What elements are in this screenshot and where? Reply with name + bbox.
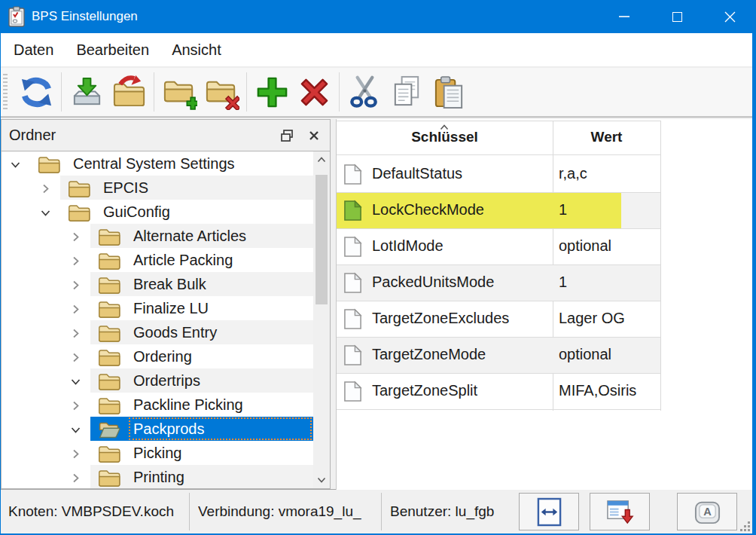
title-bar: BPS Einstellungen (0, 0, 756, 33)
chevron-right-icon[interactable] (71, 352, 81, 362)
tree-item-break-bulk[interactable]: Break Bulk (2, 272, 313, 296)
toolbar-folder-delete-button[interactable] (200, 71, 242, 113)
tree-item-article-packing[interactable]: Article Packing (2, 248, 313, 272)
window-title: BPS Einstellungen (32, 9, 602, 24)
dock-float-button[interactable] (276, 124, 298, 147)
scroll-down-arrow[interactable] (313, 472, 330, 488)
folder-icon (98, 226, 120, 246)
toolbar-grip[interactable] (3, 74, 8, 110)
minimize-button[interactable] (602, 0, 646, 33)
maximize-button[interactable] (655, 0, 699, 33)
tree-item-label: Article Packing (133, 251, 233, 269)
tree-item-picking[interactable]: Picking (2, 441, 313, 465)
toolbar-separator (154, 72, 154, 112)
toolbar-cut-button[interactable] (343, 71, 386, 113)
status-field-0: Knoten: VMBPSDEV.koch (8, 490, 189, 533)
scroll-up-arrow[interactable] (313, 151, 330, 168)
chevron-right-icon[interactable] (71, 400, 81, 410)
tree-item-printing[interactable]: Printing (2, 465, 313, 489)
tree-item-label: Picking (133, 444, 181, 462)
status-export-view-button[interactable] (590, 493, 650, 530)
status-bar: Knoten: VMBPSDEV.kochVerbindung: vmora19… (1, 490, 752, 533)
table-row-targetzonemode[interactable]: TargetZoneModeoptional (337, 338, 660, 374)
fit-width-icon (536, 497, 562, 527)
folder-open-icon (98, 419, 120, 439)
tree-item-alternate-articles[interactable]: Alternate Articles (2, 224, 313, 248)
tree-item-label: Ordering (133, 347, 192, 365)
tree-item-packprods[interactable]: Packprods (2, 417, 313, 441)
table-row-targetzonesplit[interactable]: TargetZoneSplitMIFA,Osiris (337, 374, 660, 410)
folder-delete-icon (204, 75, 239, 110)
table-row-targetzoneexcludes[interactable]: TargetZoneExcludesLager OG (337, 301, 660, 338)
toolbar-delete-button[interactable] (293, 71, 335, 113)
dock-close-button[interactable] (303, 124, 325, 147)
chevron-right-icon[interactable] (71, 304, 81, 313)
table-row-packedunitsmode[interactable]: PackedUnitsMode1 (337, 265, 660, 301)
folder-icon (98, 274, 120, 295)
toolbar-separator (339, 72, 340, 112)
menu-item-daten[interactable]: Daten (2, 37, 65, 63)
table-cell-value: 1 (559, 201, 567, 219)
status-key-a-button[interactable]: A (677, 493, 737, 530)
folder-icon (98, 323, 120, 343)
tree-item-central-system-settings[interactable]: Central System Settings (2, 151, 313, 176)
table-cell-value: MIFA,Osiris (559, 382, 636, 399)
document-icon (343, 308, 362, 330)
column-header-value[interactable]: Wert (553, 129, 660, 145)
tree-item-packline-picking[interactable]: Packline Picking (2, 393, 313, 417)
tree-item-guiconfig[interactable]: GuiConfig (2, 200, 313, 224)
chevron-right-icon[interactable] (41, 183, 50, 193)
chevron-right-icon[interactable] (71, 280, 81, 289)
maximize-icon (672, 12, 682, 22)
chevron-right-icon[interactable] (71, 472, 81, 482)
tree-scrollbar[interactable] (313, 151, 330, 488)
menu-item-bearbeiten[interactable]: Bearbeiten (65, 37, 160, 63)
chevron-down-icon[interactable] (71, 424, 81, 434)
table-cell-key: TargetZoneMode (372, 346, 486, 363)
folder-icon (98, 395, 120, 415)
toolbar-import-button[interactable] (66, 71, 108, 113)
tree-item-ordertrips[interactable]: Ordertrips (2, 368, 313, 393)
tree-item-goods-entry[interactable]: Goods Entry (2, 320, 313, 344)
toolbar-add-button[interactable] (251, 71, 293, 113)
paste-icon (431, 75, 467, 110)
chevron-down-icon[interactable] (41, 207, 50, 217)
table-row-lotidmode[interactable]: LotIdModeoptional (337, 229, 660, 265)
chevron-right-icon[interactable] (71, 328, 81, 338)
chevron-down-icon[interactable] (71, 376, 81, 386)
chevron-down-icon[interactable] (11, 159, 20, 169)
settings-table-panel: Schlüssel Wert DefaultStatusr,a,c LockCh… (336, 119, 752, 490)
table-row-lockcheckmode[interactable]: LockCheckMode1 (337, 193, 660, 229)
table-row-defaultstatus[interactable]: DefaultStatusr,a,c (337, 157, 660, 193)
grid-line (337, 154, 660, 155)
tree-item-finalize-lu[interactable]: Finalize LU (2, 296, 313, 320)
table-cell-value: 1 (559, 274, 567, 291)
clipboard-app-icon (8, 6, 25, 27)
tree-item-label: Finalize LU (133, 299, 209, 317)
toolbar-folder-open-red-button[interactable] (108, 71, 150, 113)
table-cell-key: DefaultStatus (372, 165, 462, 182)
toolbar-copy-button[interactable] (386, 71, 428, 113)
chevron-right-icon[interactable] (71, 255, 81, 265)
scroll-thumb[interactable] (316, 175, 328, 304)
row-stripe (90, 344, 313, 368)
delete-icon (297, 75, 332, 110)
column-header-key[interactable]: Schlüssel (337, 129, 553, 145)
status-fit-width-button[interactable] (519, 493, 579, 530)
chevron-right-icon[interactable] (71, 448, 81, 458)
table-cell-key: LockCheckMode (372, 201, 484, 219)
close-button[interactable] (708, 0, 751, 33)
toolbar-refresh-button[interactable] (15, 71, 57, 113)
minimize-icon (619, 16, 629, 17)
menu-item-ansicht[interactable]: Ansicht (160, 37, 233, 63)
table-cell-key: PackedUnitsMode (372, 274, 494, 291)
chevron-right-icon[interactable] (71, 231, 81, 241)
toolbar (1, 68, 752, 117)
tree-item-epcis[interactable]: EPCIS (2, 176, 313, 200)
tree-item-ordering[interactable]: Ordering (2, 344, 313, 368)
table-cell-value: optional (559, 346, 611, 363)
document-icon (343, 236, 362, 258)
size-grip[interactable] (739, 521, 751, 532)
toolbar-folder-add-button[interactable] (158, 71, 200, 113)
toolbar-paste-button[interactable] (428, 71, 470, 113)
